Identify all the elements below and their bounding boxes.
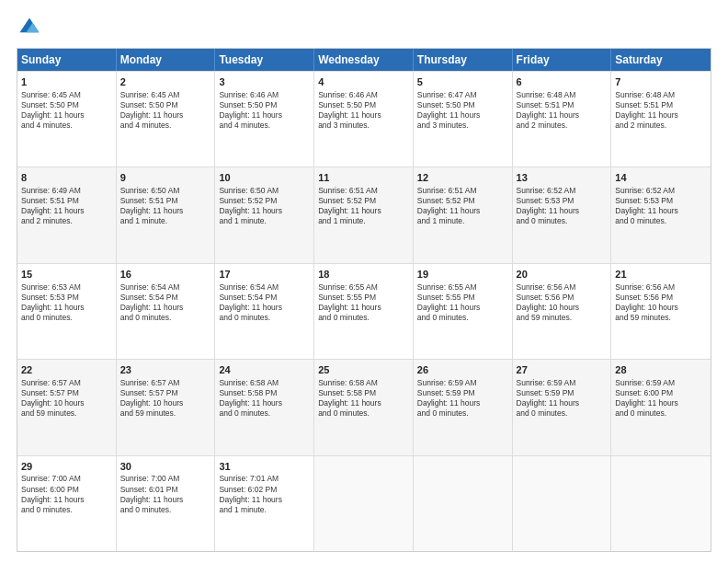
- cell-line: Sunrise: 6:55 AM: [417, 282, 508, 293]
- cell-line: Daylight: 11 hours: [417, 398, 508, 408]
- cell-line: Daylight: 11 hours: [615, 206, 707, 216]
- calendar-cell: 26Sunrise: 6:59 AMSunset: 5:59 PMDayligh…: [414, 360, 513, 454]
- cell-line: Sunrise: 6:52 AM: [615, 186, 707, 196]
- calendar-header-cell: Sunday: [17, 49, 117, 71]
- cell-line: Sunset: 5:56 PM: [615, 293, 707, 303]
- cell-line: Sunset: 5:51 PM: [120, 196, 211, 206]
- cell-line: and 0 minutes.: [318, 313, 409, 323]
- cell-line: Sunrise: 6:54 AM: [219, 282, 310, 293]
- calendar-header-cell: Thursday: [414, 49, 513, 71]
- cell-line: Sunset: 5:58 PM: [318, 388, 409, 398]
- cell-line: Sunrise: 6:56 AM: [517, 282, 608, 293]
- cell-line: Sunrise: 6:57 AM: [21, 378, 112, 388]
- cell-line: Daylight: 11 hours: [417, 206, 508, 216]
- cell-line: and 0 minutes.: [417, 408, 508, 419]
- cell-line: Sunset: 5:50 PM: [318, 100, 409, 110]
- cell-line: and 0 minutes.: [318, 408, 409, 419]
- calendar-week: 22Sunrise: 6:57 AMSunset: 5:57 PMDayligh…: [17, 359, 711, 454]
- cell-line: Sunset: 5:53 PM: [21, 293, 112, 303]
- cell-line: and 1 minute.: [219, 505, 310, 515]
- calendar-cell-empty: [414, 456, 513, 551]
- cell-line: Sunset: 5:57 PM: [120, 388, 211, 398]
- cell-line: Sunset: 6:00 PM: [21, 485, 112, 495]
- day-number: 23: [120, 363, 211, 377]
- day-number: 12: [417, 171, 508, 185]
- cell-line: Sunset: 5:58 PM: [219, 388, 310, 398]
- cell-line: Sunset: 5:52 PM: [318, 196, 409, 206]
- calendar-cell: 30Sunrise: 7:00 AMSunset: 6:01 PMDayligh…: [117, 456, 216, 551]
- cell-line: Daylight: 11 hours: [21, 303, 112, 313]
- cell-line: Daylight: 11 hours: [318, 206, 409, 216]
- cell-line: Sunset: 5:59 PM: [417, 388, 508, 398]
- calendar-cell: 16Sunrise: 6:54 AMSunset: 5:54 PMDayligh…: [117, 264, 216, 359]
- cell-line: and 0 minutes.: [615, 216, 707, 226]
- cell-line: Sunset: 5:51 PM: [517, 100, 608, 110]
- cell-line: Sunset: 5:53 PM: [517, 196, 608, 206]
- cell-line: Daylight: 11 hours: [120, 206, 211, 216]
- cell-line: Daylight: 11 hours: [517, 398, 608, 408]
- cell-line: Sunset: 5:56 PM: [517, 293, 608, 303]
- cell-line: Daylight: 11 hours: [318, 398, 409, 408]
- cell-line: Daylight: 11 hours: [219, 303, 310, 313]
- calendar-cell: 18Sunrise: 6:55 AMSunset: 5:55 PMDayligh…: [314, 264, 414, 359]
- cell-line: Sunset: 5:50 PM: [120, 100, 211, 110]
- calendar-cell-empty: [611, 456, 711, 551]
- day-number: 16: [120, 268, 211, 282]
- cell-line: and 59 minutes.: [615, 313, 707, 323]
- calendar-week: 15Sunrise: 6:53 AMSunset: 5:53 PMDayligh…: [17, 263, 711, 359]
- cell-line: and 0 minutes.: [120, 313, 211, 323]
- calendar-week: 1Sunrise: 6:45 AMSunset: 5:50 PMDaylight…: [17, 71, 711, 167]
- calendar-header-cell: Wednesday: [314, 49, 414, 71]
- cell-line: and 0 minutes.: [417, 313, 508, 323]
- cell-line: Sunrise: 6:48 AM: [517, 90, 608, 100]
- calendar-cell: 12Sunrise: 6:51 AMSunset: 5:52 PMDayligh…: [414, 167, 513, 262]
- day-number: 31: [219, 460, 310, 474]
- cell-line: Sunset: 5:51 PM: [615, 100, 707, 110]
- calendar-header-cell: Tuesday: [215, 49, 314, 71]
- day-number: 25: [318, 363, 409, 377]
- cell-line: Sunset: 5:55 PM: [318, 293, 409, 303]
- cell-line: Sunrise: 6:54 AM: [120, 282, 211, 293]
- calendar-cell: 14Sunrise: 6:52 AMSunset: 5:53 PMDayligh…: [611, 167, 711, 262]
- calendar-cell: 24Sunrise: 6:58 AMSunset: 5:58 PMDayligh…: [215, 360, 314, 454]
- day-number: 13: [517, 171, 608, 185]
- day-number: 9: [120, 171, 211, 185]
- day-number: 17: [219, 268, 310, 282]
- cell-line: Sunrise: 6:59 AM: [517, 378, 608, 388]
- cell-line: Sunrise: 6:46 AM: [318, 90, 409, 100]
- logo-icon: [17, 15, 42, 40]
- cell-line: Sunrise: 6:59 AM: [417, 378, 508, 388]
- day-number: 18: [318, 268, 409, 282]
- calendar-cell: 10Sunrise: 6:50 AMSunset: 5:52 PMDayligh…: [215, 167, 314, 262]
- cell-line: Daylight: 11 hours: [517, 206, 608, 216]
- cell-line: Daylight: 11 hours: [21, 110, 112, 121]
- cell-line: Daylight: 11 hours: [318, 110, 409, 121]
- cell-line: and 0 minutes.: [21, 505, 112, 515]
- cell-line: and 2 minutes.: [517, 121, 608, 131]
- calendar-header-cell: Monday: [117, 49, 216, 71]
- cell-line: Sunrise: 6:46 AM: [219, 90, 310, 100]
- cell-line: Daylight: 11 hours: [219, 398, 310, 408]
- cell-line: Daylight: 11 hours: [417, 110, 508, 121]
- calendar-cell: 27Sunrise: 6:59 AMSunset: 5:59 PMDayligh…: [513, 360, 612, 454]
- day-number: 11: [318, 171, 409, 185]
- cell-line: Sunset: 5:51 PM: [21, 196, 112, 206]
- header: [17, 15, 711, 40]
- calendar-cell: 11Sunrise: 6:51 AMSunset: 5:52 PMDayligh…: [314, 167, 414, 262]
- cell-line: and 3 minutes.: [417, 121, 508, 131]
- day-number: 1: [21, 75, 112, 89]
- calendar-cell: 4Sunrise: 6:46 AMSunset: 5:50 PMDaylight…: [314, 72, 414, 167]
- cell-line: Sunrise: 7:00 AM: [21, 474, 112, 484]
- cell-line: and 4 minutes.: [21, 121, 112, 131]
- cell-line: Daylight: 11 hours: [120, 303, 211, 313]
- day-number: 19: [417, 268, 508, 282]
- calendar-cell: 1Sunrise: 6:45 AMSunset: 5:50 PMDaylight…: [17, 72, 117, 167]
- day-number: 7: [615, 75, 707, 89]
- cell-line: Sunrise: 6:56 AM: [615, 282, 707, 293]
- cell-line: and 4 minutes.: [219, 121, 310, 131]
- cell-line: Sunset: 5:54 PM: [120, 293, 211, 303]
- cell-line: Daylight: 11 hours: [120, 495, 211, 505]
- day-number: 20: [517, 268, 608, 282]
- calendar-header-cell: Friday: [513, 49, 612, 71]
- calendar-cell: 19Sunrise: 6:55 AMSunset: 5:55 PMDayligh…: [414, 264, 513, 359]
